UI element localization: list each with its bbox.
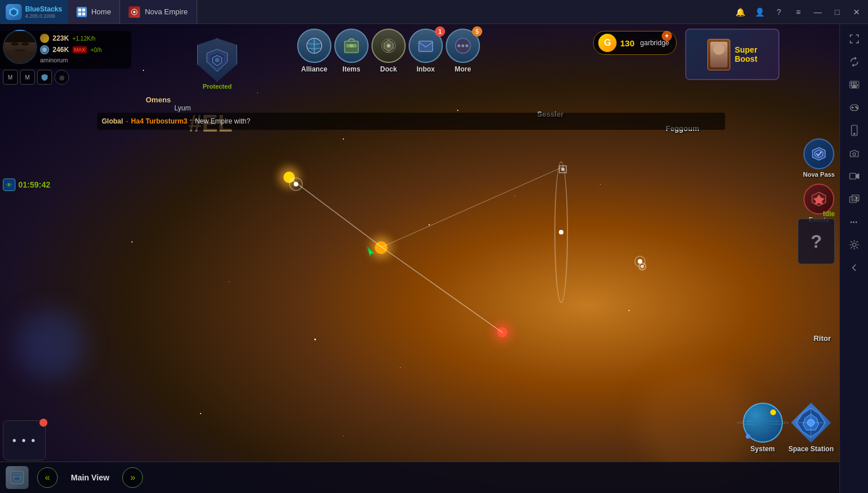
star <box>429 224 430 225</box>
phone-btn[interactable] <box>844 120 865 141</box>
rotate-btn[interactable] <box>844 51 865 72</box>
svg-point-61 <box>855 197 857 199</box>
svg-point-54 <box>857 108 858 109</box>
video-btn[interactable] <box>844 166 865 186</box>
bs-version: 4.205.0.1006 <box>25 13 62 19</box>
forward-arrow-btn[interactable]: » <box>122 467 143 488</box>
gamepad-btn[interactable] <box>844 97 865 118</box>
system-ui[interactable]: System <box>743 403 783 453</box>
ritor-label: Ritor <box>814 333 831 343</box>
bs-logo-text: BlueStacks 4.205.0.1006 <box>25 5 62 19</box>
space-station-shape <box>791 403 831 443</box>
svg-line-10 <box>382 167 563 247</box>
menu-btn[interactable]: ≡ <box>790 3 807 21</box>
back-sidebar-btn[interactable] <box>844 257 865 278</box>
help-btn[interactable]: ? <box>770 3 787 21</box>
chat-dots-icon: • • • <box>12 434 36 447</box>
chat-user: Ha4 Turbosturm3 <box>131 117 187 125</box>
svg-point-53 <box>855 106 857 108</box>
svg-rect-49 <box>857 85 858 86</box>
keyboard-btn[interactable] <box>844 74 865 95</box>
close-btn[interactable]: ✕ <box>848 3 865 21</box>
svg-line-8 <box>290 178 382 247</box>
home-tab[interactable]: Home <box>68 0 121 23</box>
bluestacks-logo: BlueStacks 4.205.0.1006 <box>0 0 68 23</box>
svg-point-62 <box>853 243 856 247</box>
svg-point-36 <box>807 419 814 426</box>
star <box>457 110 458 111</box>
planet-icon[interactable] <box>6 466 29 489</box>
svg-rect-3 <box>82 9 85 11</box>
star <box>400 367 401 368</box>
game-area: 223K +1.12K/h 246K MAX +0/h aminorum M M <box>0 24 839 493</box>
planet-dot <box>770 409 776 415</box>
game-tab[interactable]: Nova Empire <box>120 0 197 23</box>
bottom-nav-arrows: « Main View » <box>37 467 143 488</box>
fullscreen-btn[interactable] <box>844 29 865 49</box>
gallery-btn[interactable] <box>844 189 865 209</box>
orbit-node-right <box>554 161 568 303</box>
game-tab-icon <box>129 6 140 18</box>
star <box>343 436 343 436</box>
chat-separator: - <box>126 117 128 125</box>
orbit-dot <box>561 168 565 171</box>
bs-logo-icon <box>6 4 22 20</box>
question-box[interactable]: ? <box>798 218 835 264</box>
space-station-ui[interactable]: Space Station <box>789 403 834 453</box>
bottom-nav-left <box>0 466 29 489</box>
chat-colon: : <box>190 117 192 125</box>
svg-rect-58 <box>850 173 856 179</box>
svg-rect-47 <box>851 85 852 86</box>
ritor-text: Ritor <box>814 334 831 343</box>
star <box>200 413 201 414</box>
nova-pass-icon <box>803 138 834 169</box>
orbit-dot-2 <box>641 265 644 268</box>
camera-btn[interactable] <box>844 143 865 164</box>
svg-point-56 <box>853 133 854 134</box>
bottom-right-ui: System Space Station <box>743 403 834 453</box>
svg-rect-46 <box>855 82 857 84</box>
minimize-btn[interactable]: — <box>809 3 826 21</box>
question-mark: ? <box>811 231 822 252</box>
game-background <box>0 24 839 493</box>
forward-arrow-icon: » <box>130 472 135 483</box>
svg-rect-48 <box>853 85 855 86</box>
space-station-label: Space Station <box>789 445 834 453</box>
svg-rect-4 <box>78 13 81 15</box>
bottom-navigation: « Main View » <box>0 462 839 493</box>
star <box>514 196 515 196</box>
svg-point-42 <box>14 474 21 481</box>
star <box>143 70 144 71</box>
system-planet <box>743 403 783 443</box>
star-node-bottom-right[interactable] <box>497 327 507 337</box>
star <box>131 241 133 242</box>
bs-app-name: BlueStacks <box>25 5 62 13</box>
title-bar: BlueStacks 4.205.0.1006 Home Nova Empire… <box>0 0 868 24</box>
nova-pass-label: Nova Pass <box>803 171 835 178</box>
settings-sidebar-btn[interactable] <box>844 234 865 255</box>
svg-rect-2 <box>78 9 81 11</box>
main-view-label: Main View <box>71 473 109 482</box>
planet-ring <box>737 421 789 425</box>
svg-rect-5 <box>82 13 85 15</box>
back-arrow-btn[interactable]: « <box>37 467 58 488</box>
maximize-btn[interactable]: □ <box>829 3 846 21</box>
chat-message: New Empire with? <box>195 117 250 125</box>
star <box>229 281 229 282</box>
star <box>600 184 601 185</box>
account-btn[interactable]: 👤 <box>751 3 768 21</box>
back-arrow-icon: « <box>45 472 50 483</box>
svg-marker-31 <box>813 148 825 160</box>
svg-line-9 <box>382 247 503 333</box>
nova-pass-btn[interactable]: Nova Pass <box>803 138 835 178</box>
star <box>343 138 344 140</box>
svg-rect-44 <box>851 82 852 84</box>
chat-channel: Global <box>102 117 123 125</box>
svg-point-57 <box>853 153 855 156</box>
orbit-moon <box>746 434 750 439</box>
system-label: System <box>750 445 775 453</box>
more-sidebar-btn[interactable]: ••• <box>844 212 865 232</box>
chat-box[interactable]: • • • <box>3 420 46 460</box>
idle-badge: Idle <box>823 210 835 218</box>
notification-btn[interactable]: 🔔 <box>731 3 749 21</box>
